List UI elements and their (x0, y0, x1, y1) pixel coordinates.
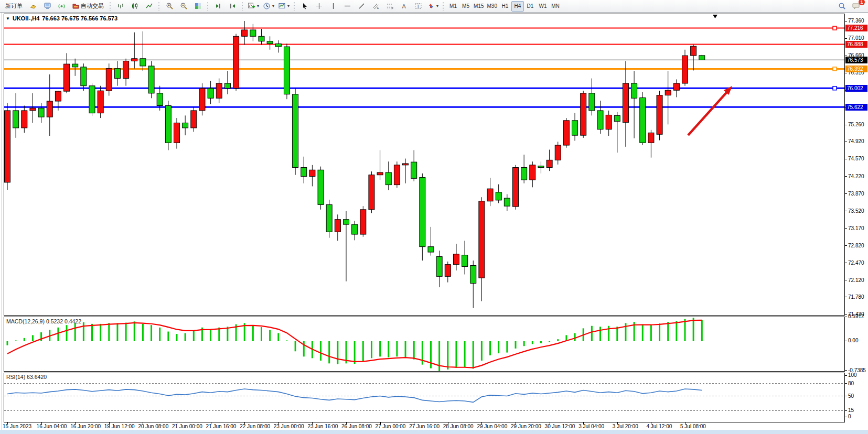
candle (513, 168, 519, 207)
time-label: 22 Jun 08:00 (240, 424, 270, 429)
timeframe-m1-button[interactable]: M1 (447, 1, 459, 12)
time-axis[interactable]: 15 Jun 202316 Jun 04:0016 Jun 20:0019 Ju… (0, 422, 868, 430)
crosshair-button[interactable] (312, 1, 326, 12)
notifications-button[interactable]: 1 (849, 1, 863, 12)
vertical-line-button[interactable] (326, 1, 340, 12)
candle (699, 56, 705, 60)
time-label: 28 Jun 08:00 (443, 424, 474, 429)
candle (648, 133, 654, 143)
time-label: 23 Jun 16:00 (307, 424, 338, 429)
macd-axis-label: 0.00 (848, 338, 858, 343)
new-order-button[interactable]: 新订单 (2, 1, 26, 12)
candle (411, 162, 417, 178)
candle (165, 105, 171, 143)
arrows-button[interactable]: ▾ (425, 1, 440, 12)
autotrading-button[interactable]: 自动交易 (69, 1, 107, 12)
time-label: 29 Jun 20:00 (511, 424, 541, 429)
candle (530, 165, 535, 180)
candle (682, 56, 688, 83)
price-tick-label: 77.010 (848, 35, 864, 41)
rsi-panel[interactable]: RSI(14) 63.6420 (4, 373, 845, 422)
timeframe-m5-button[interactable]: M5 (459, 1, 472, 12)
price-tick (845, 280, 847, 280)
candle (30, 108, 36, 111)
rsi-axis-label: 100 (848, 372, 857, 378)
price-tick (845, 73, 847, 73)
macd-canvas[interactable] (4, 317, 844, 371)
line-handle[interactable] (833, 67, 837, 71)
candle (233, 36, 239, 88)
text-button[interactable]: A (397, 1, 411, 12)
svg-text:T: T (416, 4, 420, 9)
candle (216, 83, 222, 98)
auto-scroll-button[interactable] (211, 1, 225, 12)
indicators-button[interactable]: ▾ (246, 1, 261, 12)
search-button[interactable] (835, 1, 849, 12)
price-tick-label: 74.920 (848, 138, 864, 144)
chevron-down-icon: ▾ (272, 4, 274, 8)
candle (428, 247, 434, 252)
toolbar-grip (158, 2, 160, 10)
candle (453, 254, 459, 265)
price-badge-76.002: 76.002 (845, 85, 867, 92)
line-handle[interactable] (833, 86, 837, 90)
time-label: 21 Jun 00:00 (172, 424, 202, 429)
price-tick-label: 72.470 (848, 260, 864, 266)
timeframe-d1-button[interactable]: D1 (524, 1, 537, 12)
timeframe-h4-button[interactable]: H4 (511, 1, 524, 12)
price-axis[interactable]: 77.36077.01076.66076.31075.96075.61075.2… (845, 14, 868, 422)
price-tick-label: 75.260 (848, 122, 864, 127)
candle (174, 123, 180, 143)
time-label: 3 Jul 04:00 (578, 424, 604, 429)
line-handle[interactable] (833, 26, 837, 30)
arrow-annotation[interactable] (688, 89, 730, 135)
equidistant-channel-button[interactable]: E (369, 1, 382, 12)
svg-text:F: F (391, 7, 393, 10)
candle (581, 93, 586, 135)
horizontal-line-button[interactable] (340, 1, 354, 12)
timeframe-mn-button[interactable]: MN (549, 1, 562, 12)
fibonacci-button[interactable]: F (383, 1, 397, 12)
candle (462, 255, 468, 267)
chart-shift-button[interactable] (226, 1, 239, 12)
timeframe-m30-button[interactable]: M30 (486, 1, 499, 12)
main-chart-panel[interactable] (4, 14, 845, 316)
terminal-icon[interactable] (40, 1, 54, 12)
gold-icon[interactable] (26, 1, 40, 12)
timeframe-w1-button[interactable]: W1 (537, 1, 549, 12)
price-tick (845, 297, 847, 297)
candle (335, 220, 340, 232)
zoom-in-button[interactable] (163, 1, 176, 12)
timeframe-h1-button[interactable]: H1 (499, 1, 511, 12)
candle (106, 69, 112, 91)
candle (606, 115, 612, 129)
price-badge-75.622: 75.622 (845, 104, 867, 111)
candle (445, 265, 451, 277)
autotrading-label: 自动交易 (81, 2, 104, 10)
chart-title: ▼ UKOil-,H4 76.663 76.675 76.566 76.573 (6, 15, 117, 21)
chevron-down-icon: ▾ (436, 4, 438, 8)
one-click-trading-toggle-icon[interactable]: ▼ (6, 16, 10, 21)
bar-chart-button[interactable] (114, 1, 127, 12)
price-tick (845, 193, 847, 194)
templates-button[interactable]: ▾ (276, 1, 291, 12)
candlestick-chart-button[interactable] (128, 1, 142, 12)
signal-icon[interactable] (55, 1, 68, 12)
candle (589, 93, 595, 111)
time-label: 15 Jun 2023 (3, 424, 31, 429)
periods-button[interactable]: ▾ (261, 1, 276, 12)
cursor-button[interactable] (298, 1, 312, 12)
main-chart-canvas[interactable] (4, 14, 844, 315)
candle (369, 175, 374, 210)
text-label-button[interactable]: T (411, 1, 425, 12)
candle (496, 192, 501, 200)
rsi-canvas[interactable] (4, 373, 844, 422)
timeframe-m15-button[interactable]: M15 (472, 1, 485, 12)
macd-panel[interactable]: MACD(12,26,9) 0.5232 0.4422 (4, 317, 845, 372)
candle (98, 91, 103, 113)
trendline-button[interactable] (355, 1, 368, 12)
line-chart-button[interactable] (142, 1, 156, 12)
tile-windows-button[interactable] (191, 1, 205, 12)
rsi-line (7, 389, 702, 402)
zoom-out-button[interactable] (177, 1, 190, 12)
